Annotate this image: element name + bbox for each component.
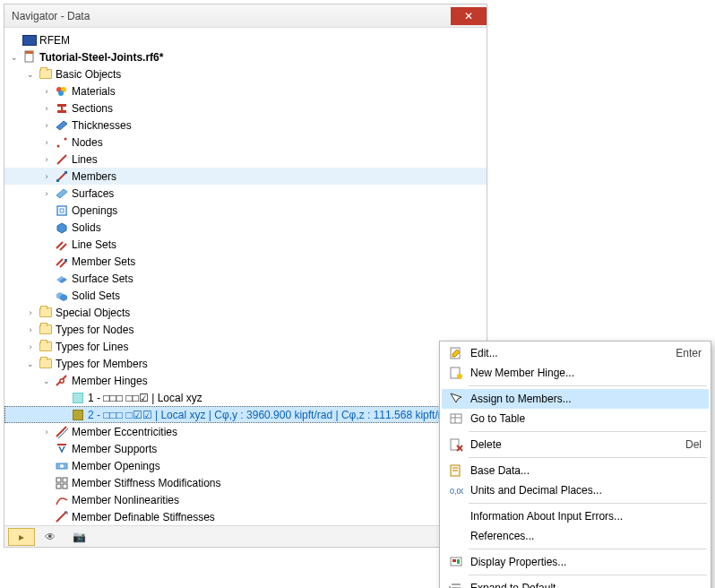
tree-item-nodes[interactable]: › Nodes	[4, 134, 487, 151]
eccentricities-icon	[55, 425, 69, 439]
menu-label: Edit...	[467, 347, 676, 359]
expander-icon[interactable]: ›	[40, 426, 53, 438]
svg-line-29	[56, 512, 66, 522]
tree-item-surface-sets[interactable]: › Surface Sets	[4, 270, 487, 287]
tree-basic-objects[interactable]: ⌄ Basic Objects	[4, 65, 487, 82]
openings-icon	[55, 203, 69, 218]
menu-units[interactable]: 0,00 Units and Decimal Places...	[442, 480, 709, 500]
menu-references[interactable]: References...	[442, 526, 709, 546]
menu-delete[interactable]: Delete Del	[442, 435, 709, 454]
tree-label: Openings	[72, 204, 117, 217]
tree-label: Member Sets	[72, 255, 135, 268]
tree-member-nonlinearities[interactable]: › Member Nonlinearities	[4, 491, 487, 508]
tree[interactable]: ▶ RFEM ⌄ Tutorial-Steel-Joints.rf6* ⌄ Ba…	[4, 28, 487, 525]
svg-rect-28	[63, 484, 67, 489]
expander-icon[interactable]: ⌄	[24, 358, 37, 370]
thicknesses-icon	[55, 118, 69, 133]
expander-icon[interactable]: ›	[40, 136, 53, 149]
tree-label: Basic Objects	[56, 68, 121, 81]
menu-label: Display Properties...	[467, 556, 702, 568]
tree-label: Special Objects	[56, 307, 130, 319]
tree-label: Surfaces	[72, 187, 114, 200]
svg-rect-26	[63, 478, 67, 482]
svg-point-6	[65, 137, 67, 140]
nodes-icon	[55, 135, 69, 150]
member-openings-icon	[55, 459, 69, 473]
tree-item-sections[interactable]: › Sections	[4, 99, 487, 117]
titlebar: Navigator - Data ✕	[4, 4, 487, 28]
menu-new-hinge[interactable]: New Member Hinge...	[442, 363, 709, 383]
expand-icon	[445, 580, 467, 588]
menu-info-errors[interactable]: Information About Input Errors...	[442, 506, 709, 526]
menu-assign-to-members[interactable]: Assign to Members...	[442, 389, 709, 409]
tree-root-rfem[interactable]: ▶ RFEM	[4, 31, 487, 48]
menu-expand-default[interactable]: Expand to Default	[442, 578, 709, 588]
expander-icon[interactable]: ›	[24, 307, 37, 319]
svg-rect-45	[457, 559, 460, 564]
expander-icon[interactable]: ›	[40, 153, 53, 166]
assign-icon	[445, 391, 467, 407]
tree-item-members[interactable]: › Members	[4, 168, 487, 185]
expander-icon[interactable]: ›	[40, 187, 53, 200]
tree-item-member-sets[interactable]: › Member Sets	[4, 253, 487, 270]
tab-data[interactable]: ▸	[8, 528, 35, 546]
tree-label: Solid Sets	[72, 290, 120, 302]
close-button[interactable]: ✕	[451, 7, 487, 25]
tree-member-definable-stiff[interactable]: › Member Definable Stiffnesses	[4, 508, 487, 525]
tree-member-stiffness-mod[interactable]: › Member Stiffness Modifications	[4, 474, 487, 491]
expander-icon[interactable]: ›	[40, 170, 53, 183]
tree-hinge-1[interactable]: › 1 - □□□ □□☑ | Local xyz	[4, 389, 487, 406]
menu-edit[interactable]: Edit... Enter	[442, 343, 709, 363]
tree-item-materials[interactable]: › Materials	[4, 82, 487, 99]
menu-separator	[469, 431, 707, 432]
nonlinearities-icon	[55, 493, 69, 507]
menu-go-to-table[interactable]: Go to Table	[442, 409, 709, 428]
tree-item-openings[interactable]: › Openings	[4, 202, 487, 219]
menu-display-properties[interactable]: Display Properties...	[442, 552, 709, 572]
expander-icon[interactable]: ›	[40, 119, 53, 132]
new-icon	[445, 365, 467, 381]
tree-types-for-lines[interactable]: › Types for Lines	[4, 338, 487, 355]
expander-icon[interactable]: ⌄	[40, 375, 53, 387]
folder-icon	[39, 306, 53, 320]
expander-icon[interactable]: ›	[40, 85, 53, 98]
tree-file[interactable]: ⌄ Tutorial-Steel-Joints.rf6*	[4, 48, 487, 65]
expander-icon[interactable]: ›	[24, 324, 37, 336]
menu-base-data[interactable]: Base Data...	[442, 461, 709, 480]
tab-display[interactable]: 👁	[37, 528, 64, 546]
tree-member-eccentricities[interactable]: › Member Eccentricities	[4, 423, 487, 440]
svg-rect-9	[56, 179, 59, 182]
svg-rect-36	[451, 439, 459, 450]
blank-icon	[445, 528, 467, 544]
tree-item-lines[interactable]: › Lines	[4, 151, 487, 168]
edit-icon	[445, 345, 467, 361]
tree-types-for-nodes[interactable]: › Types for Nodes	[4, 321, 487, 338]
tree-member-openings[interactable]: › Member Openings	[4, 457, 487, 474]
context-menu: Edit... Enter New Member Hinge... Assign…	[439, 341, 711, 588]
member-sets-icon	[55, 255, 69, 269]
tree-item-thicknesses[interactable]: › Thicknesses	[4, 117, 487, 134]
svg-rect-10	[65, 171, 67, 174]
tab-views[interactable]: 📷	[65, 528, 92, 546]
expander-icon[interactable]: ⌄	[24, 68, 37, 81]
tree-hinge-2[interactable]: › 2 - □□□ □☑☑ | Local xyz | Cφ,y : 3960.…	[4, 406, 487, 423]
expander-icon[interactable]: ›	[24, 341, 37, 353]
tree-label: Members	[72, 170, 116, 183]
tree-item-solids[interactable]: › Solids	[4, 219, 487, 236]
expander-icon[interactable]: ⌄	[8, 51, 21, 64]
svg-point-5	[57, 144, 60, 147]
tree-member-hinges[interactable]: ⌄ Member Hinges	[4, 372, 487, 389]
tree-item-surfaces[interactable]: › Surfaces	[4, 185, 487, 202]
tree-item-solid-sets[interactable]: › Solid Sets	[4, 287, 487, 304]
folder-icon	[39, 357, 53, 371]
supports-icon	[55, 442, 69, 456]
expander-icon[interactable]: ›	[40, 102, 53, 115]
blank-icon	[445, 508, 467, 524]
svg-rect-1	[25, 51, 33, 54]
tree-member-supports[interactable]: › Member Supports	[4, 440, 487, 457]
tree-item-line-sets[interactable]: › Line Sets	[4, 236, 487, 253]
tree-special-objects[interactable]: › Special Objects	[4, 304, 487, 321]
menu-separator	[469, 385, 707, 386]
svg-rect-27	[56, 484, 61, 489]
tree-types-for-members[interactable]: ⌄ Types for Members	[4, 355, 487, 372]
